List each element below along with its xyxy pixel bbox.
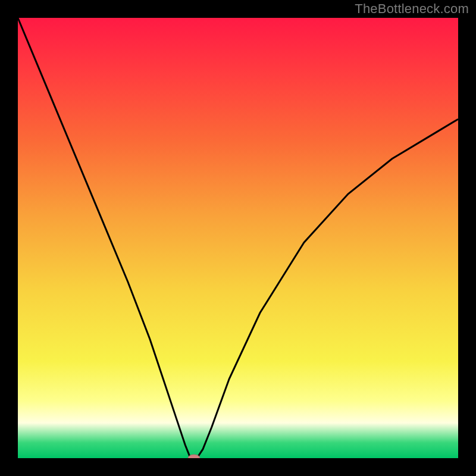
frame-right bbox=[458, 0, 476, 476]
bottleneck-chart bbox=[0, 0, 476, 476]
watermark-label: TheBottleneck.com bbox=[355, 1, 469, 17]
frame-bottom bbox=[0, 458, 476, 476]
plot-background bbox=[18, 18, 458, 458]
frame-left bbox=[0, 0, 18, 476]
chart-container: TheBottleneck.com bbox=[0, 0, 476, 476]
